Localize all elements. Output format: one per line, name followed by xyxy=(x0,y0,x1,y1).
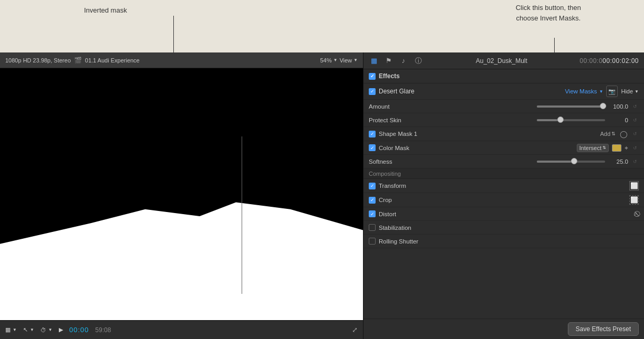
view-masks-chevron-icon: ▼ xyxy=(599,89,604,94)
clip-name-display: Au_02_Dusk_Mult xyxy=(476,57,527,65)
speed-icon: ⏱ xyxy=(40,327,46,333)
transport-bar: ▦ ▼ ↖ ▼ ⏱ ▼ ▶ 00:00 59:08 ⤢ xyxy=(0,320,363,339)
distort-row: Distort ⟋⃠ xyxy=(363,207,644,221)
softness-row: Softness 25.0 ↺ xyxy=(363,155,644,168)
protect-skin-thumb[interactable] xyxy=(557,116,564,123)
toolbar-center: 54% ▼ View ▼ xyxy=(320,57,358,63)
tab-video[interactable]: ▦ xyxy=(369,56,379,66)
rolling-shutter-checkbox[interactable] xyxy=(369,238,376,245)
amount-slider-fill xyxy=(537,105,605,108)
view-button[interactable]: View ▼ xyxy=(339,57,358,63)
layout-toggle-button[interactable]: ▦ ▼ xyxy=(5,326,17,333)
shape-mask-reset-icon[interactable]: ↺ xyxy=(631,130,639,137)
timecode-duration: 59:08 xyxy=(95,326,111,334)
hide-chevron-icon: ▼ xyxy=(635,89,639,94)
hide-button[interactable]: Hide ▼ xyxy=(621,88,639,94)
softness-label: Softness xyxy=(369,158,534,165)
content-area: 1080p HD 23.98p, Stereo 🎬 01.1 Audi Expe… xyxy=(0,52,644,339)
eyedropper-icon[interactable]: ⌖ xyxy=(625,144,628,152)
color-mask-reset-icon[interactable]: ↺ xyxy=(631,144,639,152)
view-chevron-icon: ▼ xyxy=(354,58,358,62)
color-mask-checkbox[interactable] xyxy=(369,144,376,151)
tab-audio[interactable]: ♪ xyxy=(398,56,409,66)
transform-label: Transform xyxy=(379,183,626,189)
speed-chevron-icon: ▼ xyxy=(48,327,53,332)
protect-skin-reset-icon[interactable]: ↺ xyxy=(631,116,639,124)
softness-value: 25.0 xyxy=(608,158,628,165)
stabilization-checkbox[interactable] xyxy=(369,224,376,231)
protect-skin-value: 0 xyxy=(608,117,628,123)
color-mask-row: Color Mask Intersect ⇅ ⌖ ↺ xyxy=(363,141,644,155)
color-swatch[interactable] xyxy=(612,144,621,152)
mask-image xyxy=(0,68,363,320)
stabilization-row: Stabilization xyxy=(363,221,644,235)
amount-slider-thumb[interactable] xyxy=(600,103,606,109)
view-masks-button[interactable]: View Masks ▼ xyxy=(565,88,603,94)
snapshot-icon[interactable]: 📷 xyxy=(606,86,618,97)
cursor-tool-button[interactable]: ↖ ▼ xyxy=(23,326,34,333)
rolling-shutter-label: Rolling Shutter xyxy=(379,238,639,245)
inspector-panel: ▦ ⚑ ♪ ⓘ Au_02_Dusk_Mult 00:00:000:00:02:… xyxy=(363,52,644,339)
zoom-chevron-icon: ▼ xyxy=(334,58,338,62)
mask-white-area xyxy=(0,182,363,320)
protect-skin-slider[interactable] xyxy=(537,119,605,121)
softness-fill xyxy=(537,161,571,163)
crop-icon: ⬜ xyxy=(629,195,639,205)
timecode-current: 00:00 xyxy=(69,326,89,334)
film-icon: 🎬 xyxy=(74,57,82,64)
amount-label: Amount xyxy=(369,103,534,110)
distort-checkbox[interactable] xyxy=(369,210,376,217)
toolbar-left: 1080p HD 23.98p, Stereo 🎬 01.1 Audi Expe… xyxy=(5,57,315,64)
effects-checkbox[interactable] xyxy=(369,73,376,80)
transform-icon: ⬜ xyxy=(629,181,639,190)
clip-timecode: 00:00:000:00:02:00 xyxy=(580,57,639,65)
amount-slider[interactable] xyxy=(537,105,605,108)
fullscreen-button[interactable]: ⤢ xyxy=(352,326,358,334)
inspector-footer: Save Effects Preset xyxy=(363,319,644,339)
desert-glare-row: Desert Glare View Masks ▼ 📷 Hide ▼ xyxy=(363,83,644,100)
zoom-button[interactable]: 54% ▼ xyxy=(320,57,337,63)
crop-label: Crop xyxy=(379,197,626,203)
clip-name-label: 01.1 Audi Experience xyxy=(85,57,140,63)
preview-canvas xyxy=(0,68,363,320)
preview-toolbar: 1080p HD 23.98p, Stereo 🎬 01.1 Audi Expe… xyxy=(0,52,363,68)
transform-checkbox[interactable] xyxy=(369,183,376,189)
amount-row: Amount 100.0 ↺ xyxy=(363,100,644,113)
save-effects-preset-button[interactable]: Save Effects Preset xyxy=(568,322,639,336)
intersect-chevron-icon: ⇅ xyxy=(603,145,606,150)
color-mask-label: Color Mask xyxy=(379,145,574,151)
tab-flag[interactable]: ⚑ xyxy=(383,56,394,66)
add-mask-button[interactable]: Add ⇅ xyxy=(600,131,616,137)
play-icon: ▶ xyxy=(59,326,63,333)
softness-slider[interactable] xyxy=(537,161,605,163)
add-chevron-icon: ⇅ xyxy=(611,131,616,136)
crop-checkbox[interactable] xyxy=(369,197,376,204)
distort-label: Distort xyxy=(379,211,629,217)
speed-tool-button[interactable]: ⏱ ▼ xyxy=(40,327,53,333)
shape-mask-checkbox[interactable] xyxy=(369,131,376,137)
transform-row: Transform ⬜ xyxy=(363,179,644,193)
intersect-select[interactable]: Intersect ⇅ xyxy=(577,144,609,152)
rolling-shutter-row: Rolling Shutter xyxy=(363,235,644,248)
inspector-tab-bar: ▦ ⚑ ♪ ⓘ Au_02_Dusk_Mult 00:00:000:00:02:… xyxy=(363,52,644,69)
distort-icon: ⟋⃠ xyxy=(632,210,639,218)
softness-thumb[interactable] xyxy=(571,158,577,164)
shape-mask-label: Shape Mask 1 xyxy=(379,131,597,137)
desert-glare-label: Desert Glare xyxy=(379,88,562,95)
stabilization-label: Stabilization xyxy=(379,225,639,231)
softness-reset-icon[interactable]: ↺ xyxy=(631,158,639,165)
inspector-content[interactable]: Effects Desert Glare View Masks ▼ 📷 Hide… xyxy=(363,69,644,319)
protect-skin-label: Protect Skin xyxy=(369,117,534,123)
tab-info[interactable]: ⓘ xyxy=(413,56,423,66)
play-button[interactable]: ▶ xyxy=(59,326,63,333)
cursor-icon: ↖ xyxy=(23,326,28,333)
amount-value: 100.0 xyxy=(608,103,628,110)
shape-mask-row: Shape Mask 1 Add ⇅ ◯ ↺ xyxy=(363,127,644,141)
cursor-chevron-icon: ▼ xyxy=(30,327,34,332)
compositing-divider: Compositing xyxy=(363,168,644,179)
effects-label: Effects xyxy=(379,72,400,80)
amount-reset-icon[interactable]: ↺ xyxy=(631,103,639,110)
main-container: 1080p HD 23.98p, Stereo 🎬 01.1 Audi Expe… xyxy=(0,0,644,339)
desert-glare-checkbox[interactable] xyxy=(369,88,376,95)
layout-icon: ▦ xyxy=(5,326,11,333)
